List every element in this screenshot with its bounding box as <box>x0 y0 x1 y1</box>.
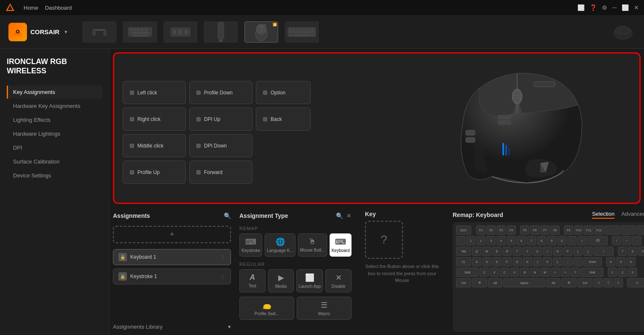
kb-key-r[interactable]: R <box>502 247 512 256</box>
kb-key-z[interactable]: Z <box>480 268 489 277</box>
kb-key-k[interactable]: K <box>543 257 552 266</box>
kb-key-extra3[interactable] <box>636 225 644 235</box>
kb-key-num1a[interactable]: 1 <box>608 268 617 277</box>
mouse-btn-back[interactable]: Back <box>256 107 311 131</box>
kb-key-b[interactable]: B <box>520 268 529 277</box>
mouse-btn-left-click[interactable]: Left click <box>123 81 186 104</box>
assignments-search-icon[interactable]: 🔍 <box>224 212 231 219</box>
kb-key-rshift[interactable]: Shift <box>581 268 604 277</box>
kb-key-left[interactable]: ◁ <box>593 278 603 287</box>
kb-key-num3a[interactable]: 3 <box>628 268 637 277</box>
sidebar-item-surface-calibration[interactable]: Surface Calibration <box>7 155 102 168</box>
type-launch-app[interactable]: ⬜ Launch App <box>296 269 323 292</box>
kb-key-extra1[interactable] <box>604 225 620 235</box>
key-record-box[interactable]: ? <box>365 221 403 259</box>
kb-key-h[interactable]: H <box>523 257 532 266</box>
kb-key-num3[interactable]: - <box>632 236 641 245</box>
sidebar-item-hardware-lightings[interactable]: Hardware Lightings <box>7 127 102 140</box>
nav-dashboard[interactable]: Dashboard <box>45 5 72 11</box>
kb-key-extra2[interactable] <box>620 225 636 235</box>
type-language-k[interactable]: 🌐 Language K... <box>265 233 295 257</box>
add-assignment-btn[interactable]: + <box>113 226 231 243</box>
help-icon[interactable]: ❓ <box>590 4 597 11</box>
kb-key-rwin[interactable]: ⊞ <box>561 278 577 287</box>
kb-key-backslash[interactable]: \ <box>593 247 614 256</box>
settings-icon[interactable]: ⚙ <box>602 4 607 11</box>
type-macro[interactable]: ☰ Macro <box>297 297 352 320</box>
type-mouse-butt[interactable]: 🖱 Mouse Butt... <box>298 233 327 257</box>
nav-home[interactable]: Home <box>24 5 38 11</box>
kb-key-num7[interactable]: 7 <box>618 247 627 256</box>
kb-key-f4[interactable]: F4 <box>507 225 516 235</box>
kb-key-esc[interactable]: ESC <box>456 225 471 235</box>
kb-key-f[interactable]: F <box>502 257 512 266</box>
kb-key-t[interactable]: T <box>513 247 522 256</box>
type-keyboard[interactable]: ⌨ Keyboard <box>330 233 352 257</box>
kb-key-0[interactable]: 0 <box>557 236 566 245</box>
kb-key-d[interactable]: D <box>492 257 502 266</box>
sidebar-item-dpi[interactable]: DPI <box>7 141 102 154</box>
kb-key-w[interactable]: W <box>482 247 491 256</box>
kb-key-a[interactable]: A <box>472 257 481 266</box>
kb-key-f12[interactable]: F12 <box>594 225 604 235</box>
kb-key-2[interactable]: 2 <box>476 236 486 245</box>
kb-key-e[interactable]: E <box>492 247 502 256</box>
type-keystroke[interactable]: ⌨ Keystroke <box>239 233 262 257</box>
kb-key-space[interactable]: Space <box>503 278 545 287</box>
kb-key-l[interactable]: L <box>553 257 562 266</box>
ks1-menu[interactable]: ⋮ <box>220 273 225 280</box>
device-usb[interactable] <box>204 21 238 43</box>
kb-key-period[interactable]: > <box>561 268 570 277</box>
kb-key-semicolon[interactable]: ; <box>563 257 572 266</box>
kb-key-f9[interactable]: F9 <box>564 225 573 235</box>
kb-key-enter[interactable]: Enter <box>583 257 602 266</box>
mouse-btn-dpi-down[interactable]: DPI Down <box>189 134 252 157</box>
kb-key-num6[interactable]: 6 <box>626 257 636 266</box>
kb-key-f6[interactable]: F6 <box>530 225 539 235</box>
kb-key-1[interactable]: 1 <box>466 236 475 245</box>
kb-key-n[interactable]: N <box>530 268 539 277</box>
close-btn[interactable]: ✕ <box>634 4 639 11</box>
kb-key-rctrl[interactable]: Ctrl <box>577 278 593 287</box>
brand-logo[interactable]: CORSAIR ▾ <box>8 23 67 41</box>
kb-key-x[interactable]: X <box>490 268 499 277</box>
mouse-btn-right-click[interactable]: Right click <box>123 107 186 131</box>
kb-key-p[interactable]: P <box>563 247 572 256</box>
kb-key-tab[interactable]: Tab <box>456 247 471 256</box>
kb-key-8[interactable]: 8 <box>537 236 546 245</box>
kb-key-6[interactable]: 6 <box>517 236 526 245</box>
type-text[interactable]: A Text <box>239 269 266 292</box>
sidebar-item-lighting-effects[interactable]: Lighting Effects <box>7 113 102 126</box>
assignment-type-close-icon[interactable]: ✕ <box>346 212 352 219</box>
kb-key-f3[interactable]: F3 <box>496 225 506 235</box>
device-hub[interactable] <box>164 21 197 43</box>
mouse-btn-profile-down[interactable]: Profile Down <box>189 81 252 104</box>
kb-key-j[interactable]: J <box>533 257 542 266</box>
kb-key-5[interactable]: 5 <box>507 236 516 245</box>
kb-key-down[interactable]: ▽ <box>604 278 613 287</box>
device-headset[interactable] <box>83 21 116 43</box>
kb-key-num8[interactable]: 8 <box>628 247 637 256</box>
kb-key-num5[interactable]: 5 <box>616 257 625 266</box>
assignment-item-ks1[interactable]: 🔒 Keystroke 1 ⋮ <box>113 268 231 284</box>
kb-key-minus[interactable]: - <box>567 236 577 245</box>
kb-key-g[interactable]: G <box>513 257 522 266</box>
kb-key-7[interactable]: 7 <box>527 236 536 245</box>
kb-key-lalt[interactable]: Alt <box>488 278 502 287</box>
kb-key-f5[interactable]: F5 <box>520 225 529 235</box>
kb-key-right[interactable]: ▷ <box>614 278 623 287</box>
kb-key-f11[interactable]: F11 <box>584 225 593 235</box>
kb-key-lwin[interactable]: ⊞ <box>472 278 487 287</box>
kb-key-num4[interactable]: 4 <box>606 257 615 266</box>
kb-key-q[interactable]: Q <box>472 247 481 256</box>
kb-key-m[interactable]: M <box>540 268 550 277</box>
kb-key-v[interactable]: V <box>510 268 519 277</box>
kb-key-num0[interactable]: 0 <box>627 278 644 287</box>
kb-key-num1[interactable]: / <box>612 236 621 245</box>
device-keyboard[interactable] <box>123 21 157 43</box>
mouse-btn-profile-up[interactable]: Profile Up <box>123 161 186 184</box>
kb-key-9[interactable]: 9 <box>547 236 556 245</box>
assignments-library[interactable]: Assignments Library ▾ <box>113 322 231 332</box>
kb-key-o[interactable]: O <box>553 247 562 256</box>
kb-key-lctrl[interactable]: Ctrl <box>456 278 471 287</box>
